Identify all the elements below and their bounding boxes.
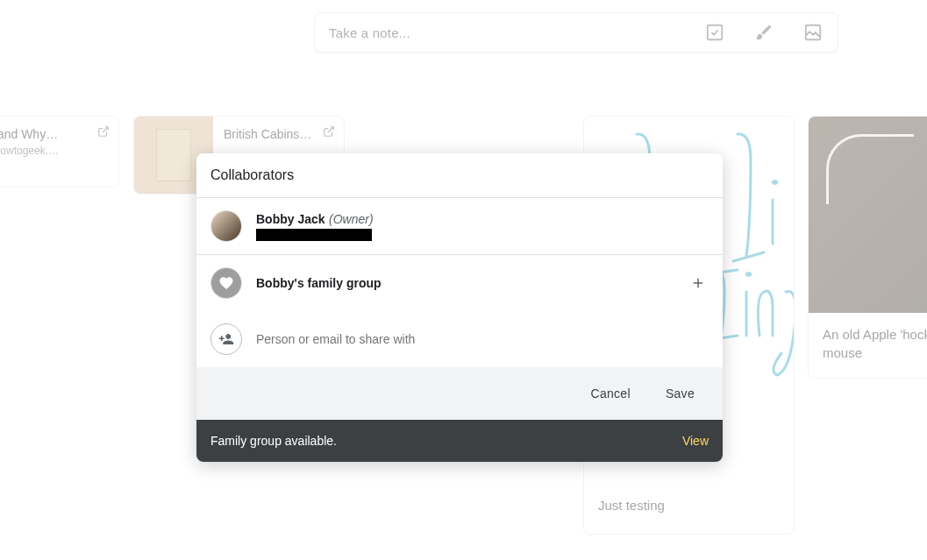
- save-button[interactable]: Save: [659, 381, 702, 406]
- family-group-banner: Family group available. View: [196, 420, 723, 462]
- person-add-icon: [210, 323, 242, 355]
- collaborators-dialog: Collaborators Bobby Jack (Owner) Bobby's…: [196, 153, 723, 462]
- collaborator-owner-row: Bobby Jack (Owner): [196, 198, 723, 255]
- family-group-info: Bobby's family group: [256, 276, 674, 290]
- collaborator-name: Bobby Jack: [256, 212, 325, 226]
- dialog-footer: Cancel Save: [196, 367, 723, 420]
- share-input-row: [196, 311, 723, 367]
- family-group-name: Bobby's family group: [256, 276, 674, 290]
- dialog-title: Collaborators: [196, 153, 723, 198]
- family-group-row: Bobby's family group: [196, 255, 723, 311]
- banner-message: Family group available.: [210, 434, 337, 448]
- share-email-input[interactable]: [256, 332, 709, 346]
- collaborator-info: Bobby Jack (Owner): [256, 211, 709, 241]
- collaborator-role: (Owner): [329, 212, 374, 226]
- banner-view-button[interactable]: View: [682, 434, 709, 448]
- collaborator-email-redacted: [256, 229, 372, 241]
- add-family-group-button[interactable]: [688, 273, 709, 294]
- avatar: [210, 210, 242, 242]
- family-group-icon: [210, 267, 242, 299]
- cancel-button[interactable]: Cancel: [583, 381, 637, 406]
